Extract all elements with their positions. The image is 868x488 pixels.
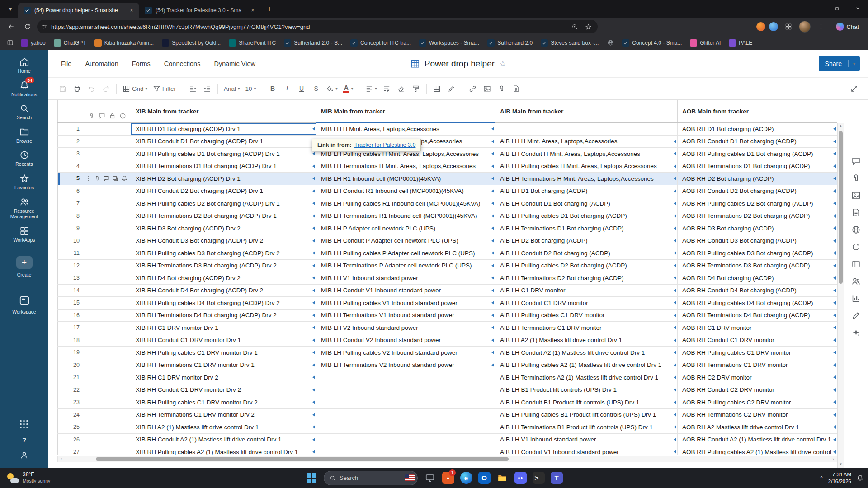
taskbar-app-edge[interactable]: e [457,469,475,487]
horizontal-scrollbar[interactable]: ‹ › [57,456,837,462]
row-number-cell[interactable]: 20 [57,359,131,371]
h-scroll-track[interactable] [65,456,830,462]
scroll-left-icon[interactable]: ‹ [58,456,65,462]
cell-r8c1[interactable]: MIB LH Terminations R1 Inbound cell (MCP… [316,210,495,222]
cell-r7c1[interactable]: MIB LH Pulling cables R1 Inbound cell (M… [316,197,495,210]
taskbar-app-discord[interactable] [511,469,529,487]
cell-r6c0[interactable]: XIB RH Conduit D2 Bot charging (ACDP) Dr… [131,185,316,197]
cell-r3c0[interactable]: XIB RH Pulling cables D1 Bot charging (A… [131,148,316,160]
minimize-button[interactable] [806,0,826,18]
start-button[interactable] [302,469,321,487]
cell-r4c2[interactable]: AIB LH Pulling cables H Mint. Areas, Lap… [495,160,678,173]
attach-file-button[interactable] [495,82,509,95]
cell-r8c3[interactable]: AOB RH Terminations D2 Bot charging (ACD… [678,210,837,222]
cell-r21c3[interactable]: AOB RH C2 DRV monitor [678,371,837,384]
cell-r16c3[interactable]: AOB RH Terminations D4 Bot charging (ACD… [678,310,837,322]
sidebar-item-favorites[interactable]: Favorites [0,170,48,194]
cell-r22c2[interactable]: AIB LH B1 Product lift controls (UPS) Dr… [495,384,678,396]
row-number-cell[interactable]: 3 [57,148,131,160]
cell-r15c3[interactable]: AOB RH Pulling cables D4 Bot charging (A… [678,297,837,309]
cell-r4c1[interactable]: MIB LH Terminations H Mint. Areas, Lapto… [316,160,495,173]
cell-r19c0[interactable]: XIB RH Pulling cables C1 DRV monitor Drv… [131,347,316,359]
cell-r4c3[interactable]: AOB RH Terminations D1 Bot charging (ACD… [678,160,837,173]
row-number-cell[interactable]: 9 [57,222,131,235]
bookmark-item[interactable]: Glitter AI [686,38,724,48]
text-color-button[interactable]: A▾ [341,82,356,95]
automations-icon[interactable] [851,311,861,321]
cell-r27c3[interactable]: AOB RH Pulling cables A2 (1) Mastless li… [678,446,837,455]
sidebar-item-workspace[interactable]: Workspace [0,287,48,318]
update-requests-icon[interactable] [851,208,861,218]
cell-r5c3[interactable]: AOB RH D2 Bot charging (ACDP) [678,173,837,185]
row-number-cell[interactable]: 24 [57,409,131,421]
row-comment-icon[interactable] [103,175,109,182]
font-select[interactable]: Arial▾ [222,82,242,95]
bookmark-item[interactable]: yahoo [17,38,49,48]
share-button[interactable]: Share ▾ [819,56,860,71]
redo-button[interactable] [99,82,113,95]
cell-r12c3[interactable]: AOB RH Terminations D3 Bot charging (ACD… [678,260,837,272]
cell-r16c2[interactable]: AIB LH Pulling cables C1 DRV monitor [495,310,678,322]
cell-r18c3[interactable]: AOB RH Conduit C1 DRV monitor [678,334,837,347]
fill-color-button[interactable]: ▾ [324,82,340,95]
tab-search-icon[interactable]: ▾ [4,2,17,16]
tab-close-icon[interactable]: × [127,6,136,14]
cell-r13c2[interactable]: AIB LH Terminations D2 Bot charging (ACD… [495,272,678,284]
cell-r21c1[interactable] [316,371,495,384]
column-header-mib[interactable]: MIB Main from tracker [316,100,495,122]
cell-r17c1[interactable]: MIB LH V2 Inbound standard power [316,322,495,334]
cell-r15c2[interactable]: AIB LH Conduit C1 DRV monitor [495,297,678,309]
account-icon[interactable] [20,450,29,460]
ai-assistant-icon[interactable] [851,328,861,338]
row-number-cell[interactable]: 1 [57,123,131,135]
drag-handle-icon[interactable] [85,175,91,182]
cell-r18c0[interactable]: XIB RH Conduit C1 DRV monitor Drv 1 [131,334,316,347]
tooltip-sheet-link[interactable]: Tracker for Palestine 3.0 [354,142,416,148]
grid-corner-cell[interactable] [57,100,131,122]
cell-r24c0[interactable]: XIB RH Terminations C1 DRV monitor Drv 2 [131,409,316,421]
browser-tab-2[interactable]: (54) Tracker for Palestine 3.0 - Sma × [139,3,260,18]
italic-button[interactable]: I [280,82,294,95]
cell-r22c3[interactable]: AOB RH Conduit C2 DRV monitor [678,384,837,396]
cell-r10c3[interactable]: AOB RH Conduit D3 Bot charging (ACDP) [678,235,837,247]
menu-forms[interactable]: Forms [132,60,151,67]
site-settings-icon[interactable] [42,24,47,30]
merge-cells-button[interactable] [430,82,444,95]
row-number-cell[interactable]: 6 [57,185,131,197]
row-number-cell[interactable]: 10 [57,235,131,247]
row-number-cell[interactable]: 26 [57,434,131,446]
highlight-changes-button[interactable] [445,82,458,95]
row-number-cell[interactable]: 2 [57,136,131,148]
cell-r23c3[interactable]: AOB RH Pulling cables C2 DRV monitor [678,396,837,408]
menu-dynamic-view[interactable]: Dynamic View [214,60,255,67]
cell-r6c2[interactable]: AIB LH D1 Bot charging (ACDP) [495,185,678,197]
row-number-cell[interactable]: 17 [57,322,131,334]
tab-close-icon[interactable]: × [249,6,257,14]
url-text[interactable]: https://app.smartsheet.com/sheets/6Rm2HR… [51,23,566,30]
cell-r5c1[interactable]: MIB LH R1 Inbound cell (MCP0001)(45KVA) [316,173,495,185]
cell-r6c1[interactable]: MIB LH Conduit R1 Inbound cell (MCP0001)… [316,185,495,197]
cell-r27c0[interactable]: XIB RH Pulling cables A2 (1) Mastless li… [131,446,316,455]
cell-r18c2[interactable]: AIB LH A2 (1) Mastless lift drive contro… [495,334,678,347]
summary-icon[interactable] [851,259,861,269]
strikethrough-button[interactable]: S [309,82,323,95]
cell-r14c3[interactable]: AOB RH Conduit D4 Bot charging (ACDP) [678,285,837,297]
cell-r10c0[interactable]: XIB RH Conduit D3 Bot charging (ACDP) Dr… [131,235,316,247]
cell-r27c2[interactable]: AIB LH Conduit V1 Inbound standard power [495,446,678,455]
cell-r22c0[interactable]: XIB RH Conduit C1 DRV monitor Drv 2 [131,384,316,396]
cell-r9c0[interactable]: XIB RH D3 Bot charging (ACDP) Drv 2 [131,222,316,235]
row-number-cell[interactable]: 15 [57,297,131,309]
cell-r13c1[interactable]: MIB LH V1 Inbound standard power [316,272,495,284]
cell-r1c1[interactable]: MIB LH H Mint. Areas, Laptops,Accessorie… [316,123,495,135]
row-copy-icon[interactable] [112,175,118,182]
cell-r9c1[interactable]: MIB LH P Adapter cell newtork PLC (UPS) [316,222,495,235]
cell-r24c2[interactable]: AIB LH Pulling cables B1 Product lift co… [495,409,678,421]
bookmark-item[interactable]: Workspaces - Sma... [415,38,483,48]
cell-r12c2[interactable]: AIB LH Pulling cables D2 Bot charging (A… [495,260,678,272]
cell-r25c3[interactable]: AOB RH A2 Mastless lift drive control Dr… [678,421,837,433]
cell-r23c2[interactable]: AIB LH Conduit B1 Product lift controls … [495,396,678,408]
share-caret-icon[interactable]: ▾ [849,61,860,66]
cell-r17c2[interactable]: AIB LH Terminations C1 DRV monitor [495,322,678,334]
cell-r21c2[interactable]: AIB LH Terminations A2 (1) Mastless lift… [495,371,678,384]
sidebar-item-home[interactable]: Home [0,54,48,77]
